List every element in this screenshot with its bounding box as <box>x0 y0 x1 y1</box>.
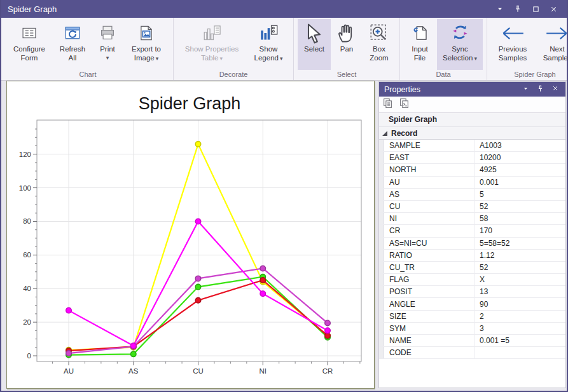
property-row-as[interactable]: AS5 <box>379 189 565 201</box>
property-value[interactable]: 1.12 <box>474 250 565 261</box>
row-header[interactable] <box>379 347 384 358</box>
ribbon-button-box-zoom[interactable]: Box Zoom <box>363 19 396 70</box>
data-point[interactable] <box>195 219 201 224</box>
property-row-posit[interactable]: POSIT13 <box>379 286 565 298</box>
property-value[interactable]: 2 <box>474 311 565 322</box>
ribbon-button-show-legend[interactable]: Show Legend▾ <box>247 19 289 70</box>
caret-down-icon[interactable] <box>522 85 529 94</box>
chart-panel[interactable]: Spider Graph020406080100120AUASCUNICR <box>6 81 375 389</box>
data-point[interactable] <box>260 266 266 271</box>
ribbon-button-export-to-image[interactable]: Export to Image▾ <box>123 19 169 70</box>
ribbon-button-previous-samples[interactable]: Previous Samples <box>491 19 534 70</box>
row-header[interactable] <box>379 152 384 163</box>
property-value[interactable]: 170 <box>474 225 565 236</box>
data-point[interactable] <box>195 297 201 303</box>
row-header[interactable] <box>379 311 384 322</box>
row-header[interactable] <box>379 262 384 273</box>
property-row-angle[interactable]: ANGLE90 <box>379 298 565 310</box>
row-header[interactable] <box>379 335 384 346</box>
property-value[interactable]: 0.001 <box>474 177 565 188</box>
property-value[interactable]: A1003 <box>474 140 565 151</box>
row-header[interactable] <box>379 140 384 151</box>
property-row-code[interactable]: CODE <box>379 347 565 359</box>
row-header[interactable] <box>379 225 384 236</box>
property-row-size[interactable]: SIZE2 <box>379 311 565 323</box>
data-point[interactable] <box>325 320 331 326</box>
data-point[interactable] <box>66 351 72 356</box>
data-point[interactable] <box>130 351 136 357</box>
ribbon-button-input-file[interactable]: Input File <box>404 19 436 70</box>
row-header[interactable] <box>379 323 384 334</box>
row-header[interactable] <box>379 213 384 224</box>
hand-icon <box>335 21 358 45</box>
row-header[interactable] <box>379 201 384 212</box>
property-value[interactable]: 4925 <box>474 164 565 175</box>
row-header[interactable] <box>379 164 384 175</box>
data-point[interactable] <box>260 291 266 297</box>
property-row-cu[interactable]: CU52 <box>379 201 565 213</box>
ribbon-button-pan[interactable]: Pan <box>332 19 361 70</box>
property-row-sample[interactable]: SAMPLEA1003 <box>379 140 565 152</box>
ribbon-button-next-samples[interactable]: Next Samples <box>536 19 568 70</box>
property-value[interactable]: 10200 <box>474 152 565 163</box>
property-value[interactable]: 5=58=52 <box>474 238 565 249</box>
row-header[interactable] <box>379 274 384 285</box>
row-header[interactable] <box>379 286 384 297</box>
data-point[interactable] <box>260 278 266 283</box>
record-section-header[interactable]: Record <box>379 127 565 140</box>
y-tick-label: 80 <box>23 217 31 225</box>
spider-graph-chart[interactable]: Spider Graph020406080100120AUASCUNICR <box>7 81 373 387</box>
ribbon-button-refresh-all[interactable]: Refresh All <box>53 19 92 70</box>
ribbon-button-print[interactable]: Print▾ <box>93 19 122 70</box>
pin-icon[interactable] <box>513 4 522 13</box>
caret-down-icon[interactable]: ▾ <box>106 55 109 61</box>
property-value[interactable]: 52 <box>474 262 565 273</box>
property-row-flag[interactable]: FLAGX <box>379 274 565 286</box>
property-row-name[interactable]: NAME0.001 =5 <box>379 335 565 347</box>
row-header[interactable] <box>379 298 384 309</box>
property-row-ni[interactable]: NI58 <box>379 213 565 225</box>
property-row-au[interactable]: AU0.001 <box>379 177 565 189</box>
property-row-as-ni-cu[interactable]: AS=NI=CU5=58=52 <box>379 238 565 250</box>
data-point[interactable] <box>195 284 201 290</box>
close-icon[interactable] <box>551 84 559 94</box>
pin-icon[interactable] <box>536 84 544 95</box>
row-header[interactable] <box>379 250 384 261</box>
property-value[interactable]: 52 <box>474 201 565 212</box>
property-row-ratio[interactable]: RATIO1.12 <box>379 250 565 262</box>
record-section-label: Record <box>391 129 417 138</box>
property-row-north[interactable]: NORTH4925 <box>379 164 565 176</box>
data-point[interactable] <box>130 343 136 349</box>
close-icon[interactable] <box>550 5 558 13</box>
caret-down-icon: ▾ <box>219 55 223 62</box>
property-value[interactable]: 58 <box>474 213 565 224</box>
ribbon-button-sync-selection[interactable]: Sync Selection▾ <box>437 19 483 70</box>
property-value[interactable]: 13 <box>474 286 565 297</box>
property-value[interactable]: 0.001 =5 <box>474 335 565 346</box>
data-point[interactable] <box>195 276 201 281</box>
ribbon-button-configure-form[interactable]: Configure Form <box>6 19 52 70</box>
row-header[interactable] <box>379 238 384 249</box>
property-row-cu-tr[interactable]: CU_TR52 <box>379 262 565 274</box>
property-value[interactable]: 90 <box>474 298 565 309</box>
data-point[interactable] <box>195 142 201 147</box>
data-point[interactable] <box>66 308 72 313</box>
data-point[interactable] <box>325 328 331 334</box>
ribbon-group-data: Input FileSync Selection▾Data <box>400 18 487 80</box>
expander-icon[interactable] <box>382 131 387 136</box>
property-value[interactable] <box>474 347 565 358</box>
property-row-east[interactable]: EAST10200 <box>379 152 565 164</box>
ribbon-button-select[interactable]: Select <box>298 19 331 70</box>
property-value[interactable]: 5 <box>474 189 565 200</box>
copy-code-icon[interactable] <box>399 98 410 111</box>
caret-down-icon[interactable] <box>496 5 504 13</box>
property-row-cr[interactable]: CR170 <box>379 225 565 237</box>
property-row-sym[interactable]: SYM3 <box>379 323 565 335</box>
row-header[interactable] <box>379 177 384 188</box>
row-header[interactable] <box>379 189 384 200</box>
copy-icon[interactable] <box>382 98 393 111</box>
property-value[interactable]: 3 <box>474 323 565 334</box>
property-value[interactable]: X <box>474 274 565 285</box>
properties-subtitle: Spider Graph <box>379 113 565 127</box>
maximize-icon[interactable] <box>532 5 540 13</box>
